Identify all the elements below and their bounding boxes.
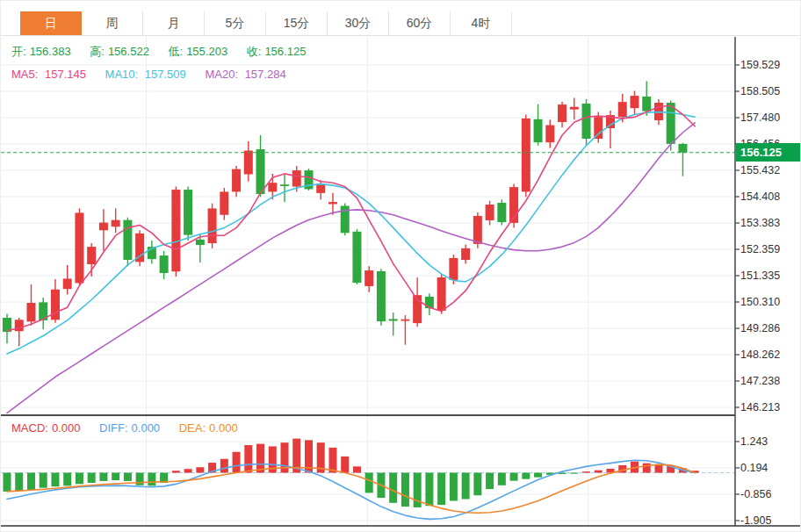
candle-body: [377, 271, 386, 321]
price-axis-label: 155.432: [740, 164, 798, 176]
candle-body: [123, 220, 132, 260]
candle-body: [232, 169, 241, 192]
candle-body: [534, 119, 543, 142]
timeframe-tabs: 日周月5分15分30分60分4时: [20, 11, 512, 35]
price-axis-label: 153.383: [740, 217, 798, 229]
macd-bar: [172, 471, 180, 472]
price-axis-label: 147.238: [740, 375, 798, 387]
price-axis-label: 158.505: [740, 85, 798, 97]
tab-week[interactable]: 周: [82, 11, 143, 35]
macd-bar: [124, 473, 132, 481]
candle-body: [582, 104, 591, 139]
candle-body: [87, 247, 96, 264]
ma5-label: MA5:: [11, 68, 38, 81]
low-label: 低:: [169, 45, 184, 58]
close-label: 收:: [247, 45, 262, 58]
price-axis-label: 152.359: [740, 243, 798, 255]
macd-axis-label: 0.194: [740, 462, 798, 474]
dea-line: [7, 464, 695, 513]
candle-body: [461, 248, 470, 260]
tab-day[interactable]: 日: [20, 11, 82, 35]
macd-bar: [450, 473, 458, 501]
macd-bar: [15, 473, 23, 492]
kline-chart-app: 日周月5分15分30分60分4时 开:156.383 高:156.522 低:1…: [0, 0, 801, 532]
macd-bar: [88, 473, 96, 483]
candle-body: [196, 240, 205, 245]
macd-bar: [40, 473, 47, 488]
candle-body: [425, 297, 434, 308]
price-axis-label: 159.529: [740, 59, 798, 71]
macd-bar: [256, 444, 264, 473]
candle-body: [15, 320, 24, 331]
price-axis-label: 154.408: [740, 191, 798, 203]
current-price-badge: 156.125: [736, 143, 801, 162]
price-axis-label: 157.480: [740, 111, 798, 124]
candle-body: [184, 190, 192, 235]
macd-bar: [643, 464, 651, 473]
candle-body: [545, 126, 554, 143]
candle-body: [171, 190, 180, 271]
macd-bar: [437, 473, 445, 506]
candle-body: [522, 119, 530, 191]
timeframe-tabbar: 日周月5分15分30分60分4时: [1, 1, 801, 36]
ma5-value: 157.145: [45, 68, 86, 81]
diff-line: [7, 460, 695, 519]
price-axis-label: 151.335: [740, 270, 798, 282]
macd-bar: [582, 471, 590, 472]
diff-label: DIFF:: [99, 421, 128, 435]
candle-body: [75, 212, 83, 283]
candle-body: [642, 97, 651, 111]
tab-60min[interactable]: 60分: [389, 11, 451, 35]
macd-bar: [498, 473, 506, 485]
candle-body: [678, 144, 687, 153]
tab-15min[interactable]: 15分: [266, 11, 328, 35]
macd-bar: [473, 473, 481, 496]
ma20-line: [7, 123, 695, 413]
candle-body: [63, 278, 72, 289]
ma10-label: MA10:: [105, 68, 139, 81]
macd-bar: [328, 448, 336, 473]
macd-bar: [595, 471, 603, 473]
high-label: 高:: [90, 45, 105, 58]
dea-value: 0.000: [209, 421, 238, 435]
candle-body: [99, 223, 108, 231]
macd-bar: [99, 473, 107, 481]
candle-body: [486, 205, 494, 220]
ma20-label: MA20:: [205, 68, 238, 81]
macd-bar: [389, 473, 397, 503]
ma10-value: 157.509: [145, 68, 186, 81]
candle-body: [618, 102, 627, 117]
tab-30min[interactable]: 30分: [328, 11, 389, 35]
candle-body: [497, 203, 506, 222]
macd-bar: [112, 473, 119, 481]
macd-bar: [51, 473, 59, 487]
dea-label: DEA:: [179, 421, 206, 435]
close-value: 156.125: [264, 45, 306, 58]
high-value: 156.522: [108, 45, 149, 58]
tab-5min[interactable]: 5分: [205, 11, 266, 35]
candle-body: [449, 258, 458, 280]
tab-4hour[interactable]: 4时: [451, 11, 512, 35]
candle-body: [352, 232, 361, 283]
macd-axis-label: -0.856: [740, 488, 798, 500]
candle-body: [473, 216, 482, 244]
macd-bar: [462, 473, 470, 500]
ma-info-row: MA5: 157.145 MA10: 157.509 MA20: 157.284: [11, 68, 302, 81]
candle-body: [256, 149, 265, 194]
ohlc-info-row: 开:156.383 高:156.522 低:155.203 收:156.125: [11, 44, 321, 60]
open-label: 开:: [11, 45, 26, 58]
macd-bar: [365, 473, 373, 493]
candle-body: [112, 220, 120, 227]
candle-body: [400, 320, 409, 321]
price-axis-label: 149.286: [740, 322, 798, 334]
candle-body: [570, 107, 579, 110]
candle-body: [280, 184, 289, 186]
macd-bar: [220, 459, 228, 473]
candle-body: [26, 303, 35, 321]
macd-bar: [184, 469, 192, 472]
macd-info-row: MACD:0.000 DIFF:0.000 DEA:0.000: [11, 421, 254, 435]
tab-month[interactable]: 月: [143, 11, 205, 35]
candle-body: [558, 104, 566, 122]
open-value: 156.383: [30, 45, 71, 58]
candle-body: [244, 151, 253, 175]
